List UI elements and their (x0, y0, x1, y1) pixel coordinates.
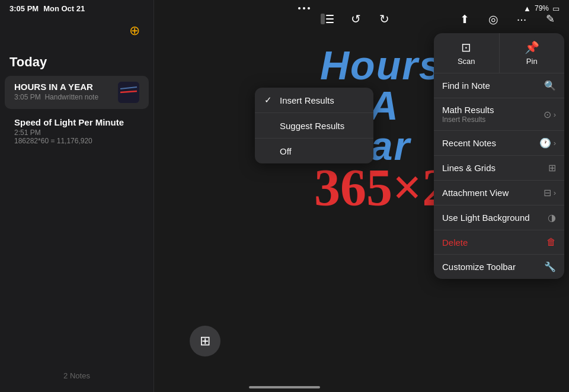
scan-label: Scan (458, 57, 475, 66)
attachment-chevron: › (554, 188, 556, 197)
note-meta-1: 3:05 PM Handwritten note (14, 93, 98, 101)
note-type-1: Handwritten note (44, 93, 98, 101)
note-meta-2: 2:51 PM (14, 128, 139, 137)
recent-notes-label: Recent Notes (442, 138, 496, 148)
recent-notes-chevron: › (554, 139, 556, 147)
customize-toolbar-button[interactable]: Customize Toolbar 🔧 (434, 255, 564, 279)
clock-icon: 🕐 (539, 137, 551, 149)
note-item-1[interactable]: HOURS IN A YEAR 3:05 PM Handwritten note (5, 76, 149, 109)
status-bar: 3:05 PM Mon Oct 21 ▲ 79% ▭ (0, 0, 569, 17)
empty-check-icon: ✓ (264, 120, 274, 131)
submenu-suggest-label: Suggest Results (280, 121, 344, 131)
use-light-bg-label: Use Light Background (442, 213, 530, 223)
trash-icon: 🗑 (546, 237, 556, 248)
insert-results-submenu: ✓ Insert Results ✓ Suggest Results ✓ Off (255, 88, 373, 163)
attachment-view-button[interactable]: Attachment View ⊟ › (434, 181, 564, 205)
pin-label: Pin (526, 57, 538, 66)
submenu-off-label: Off (280, 146, 292, 156)
math-icon: ⊙ (544, 109, 551, 120)
home-indicator (249, 386, 320, 388)
lines-grids-label: Lines & Grids (442, 163, 496, 173)
submenu-insert-results[interactable]: ✓ Insert Results (255, 88, 373, 113)
delete-button[interactable]: Delete 🗑 (434, 230, 564, 255)
note-time-2: 2:51 PM (14, 128, 41, 137)
sidebar-section-label (0, 45, 154, 52)
battery-icon: ▭ (552, 4, 560, 13)
use-light-background-button[interactable]: Use Light Background ◑ (434, 205, 564, 230)
search-icon: 🔍 (544, 80, 556, 91)
calculator-icon: ⊞ (200, 333, 210, 349)
note-item-2[interactable]: Speed of Light Per Minute 2:51 PM 186282… (5, 111, 149, 151)
math-chevron-icon: › (554, 110, 556, 119)
pin-icon: 📌 (525, 40, 539, 54)
calculator-button[interactable]: ⊞ (190, 326, 220, 356)
note-time-1: 3:05 PM (14, 93, 41, 101)
customize-toolbar-label: Customize Toolbar (442, 262, 516, 272)
lines-grids-button[interactable]: Lines & Grids ⊞ (434, 156, 564, 181)
submenu-insert-label: Insert Results (280, 95, 334, 105)
note-thumb-1 (118, 82, 139, 103)
note-title-2: Speed of Light Per Minute (14, 117, 139, 127)
find-in-note-label: Find in Note (442, 81, 490, 91)
math-results-button[interactable]: Math Results Insert Results ⊙ › (434, 98, 564, 131)
svg-rect-5 (326, 18, 334, 20)
status-date: Mon Oct 21 (43, 4, 85, 13)
sidebar-footer: 2 Notes (0, 371, 154, 380)
math-results-sub: Insert Results (442, 115, 494, 124)
svg-rect-6 (326, 22, 334, 23)
recent-notes-button[interactable]: Recent Notes 🕐 › (434, 131, 564, 156)
notes-count: 2 Notes (63, 371, 90, 380)
sidebar: ⊕ Today HOURS IN A YEAR 3:05 PM Handwrit… (0, 0, 154, 392)
wrench-icon: 🔧 (544, 261, 556, 272)
scan-button[interactable]: ⊡ Scan (434, 33, 500, 73)
status-right: ▲ 79% ▭ (523, 4, 560, 13)
status-center (298, 7, 310, 9)
submenu-suggest-results[interactable]: ✓ Suggest Results (255, 113, 373, 139)
sidebar-today-label: Today (0, 52, 154, 75)
note-subtitle-2: 186282*60 = 11,176,920 (14, 137, 139, 145)
scan-icon: ⊡ (461, 40, 471, 54)
attachment-icon: ⊟ (544, 187, 551, 198)
pin-button[interactable]: 📌 Pin (500, 33, 565, 73)
status-time: 3:05 PM (9, 4, 39, 13)
sidebar-more-button[interactable]: ⊕ (125, 21, 144, 40)
halfcircle-icon: ◑ (548, 212, 556, 223)
wifi-icon: ▲ (523, 4, 531, 13)
submenu-off[interactable]: ✓ Off (255, 139, 373, 163)
check-icon: ✓ (264, 95, 274, 105)
delete-label: Delete (442, 237, 468, 248)
grid-icon: ⊞ (548, 162, 556, 173)
note-title-1: HOURS IN A YEAR (14, 82, 98, 92)
empty-check-icon-2: ✓ (264, 146, 274, 156)
find-in-note-button[interactable]: Find in Note 🔍 (434, 73, 564, 98)
context-menu: ⊡ Scan 📌 Pin Find in Note 🔍 Math Results… (434, 33, 564, 279)
battery-level: 79% (535, 4, 549, 12)
context-menu-top-icons: ⊡ Scan 📌 Pin (434, 33, 564, 73)
math-results-label: Math Results (442, 105, 494, 115)
attachment-view-label: Attachment View (442, 188, 509, 198)
